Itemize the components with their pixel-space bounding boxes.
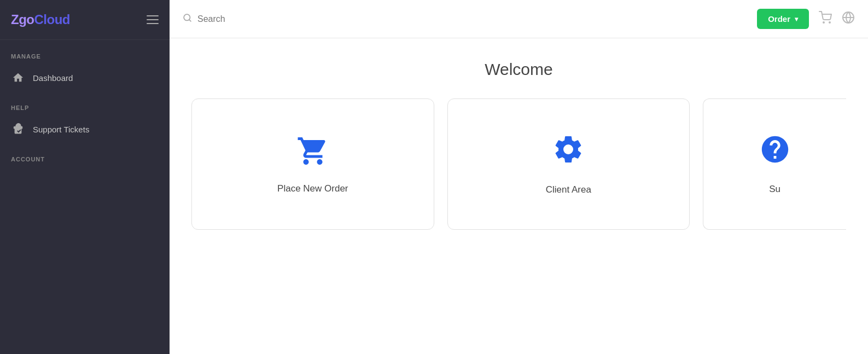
main-content: Order ▾ Welcome xyxy=(170,0,868,354)
hamburger-menu-button[interactable] xyxy=(147,15,159,24)
gear-card-icon xyxy=(552,133,585,172)
section-label-account: ACCOUNT xyxy=(0,143,170,167)
section-label-help: HELP xyxy=(0,91,170,115)
card-client-area[interactable]: Client Area xyxy=(447,98,690,230)
page-title: Welcome xyxy=(191,60,846,79)
search-container xyxy=(183,13,566,25)
hamburger-line-2 xyxy=(147,19,159,20)
support-card-icon xyxy=(759,134,791,172)
svg-line-1 xyxy=(189,20,191,21)
sidebar-header: ZgoCloud xyxy=(0,0,170,40)
card-support-partial[interactable]: Su xyxy=(703,98,846,230)
sidebar-item-support[interactable]: Support Tickets xyxy=(0,115,170,143)
ticket-icon xyxy=(11,122,25,136)
hamburger-line-3 xyxy=(147,23,159,24)
search-input[interactable] xyxy=(197,14,566,24)
cart-card-icon xyxy=(296,135,329,171)
svg-point-2 xyxy=(823,22,824,23)
sidebar-item-label-support: Support Tickets xyxy=(33,125,89,134)
hamburger-line-1 xyxy=(147,15,159,16)
chevron-down-icon: ▾ xyxy=(795,15,798,23)
logo: ZgoCloud xyxy=(11,12,70,27)
card-support-partial-label: Su xyxy=(769,184,780,195)
cart-icon[interactable] xyxy=(819,11,832,27)
section-label-manage: MANAGE xyxy=(0,40,170,64)
sidebar-item-label-dashboard: Dashboard xyxy=(33,73,73,83)
card-place-new-order[interactable]: Place New Order xyxy=(191,98,434,230)
cards-row: Place New Order Client Area Su xyxy=(191,98,846,230)
search-icon xyxy=(183,13,192,25)
order-button-label: Order xyxy=(768,14,790,24)
logo-part1: Zgo xyxy=(11,12,34,27)
sidebar-item-dashboard[interactable]: Dashboard xyxy=(0,64,170,91)
topbar: Order ▾ xyxy=(170,0,868,38)
sidebar: ZgoCloud MANAGE Dashboard HELP Support T… xyxy=(0,0,170,354)
topbar-right: Order ▾ xyxy=(757,9,855,29)
page-content: Welcome Place New Order Client Area xyxy=(170,38,868,354)
home-icon xyxy=(11,71,25,85)
globe-icon[interactable] xyxy=(842,11,855,27)
card-client-area-label: Client Area xyxy=(546,184,591,195)
card-place-new-order-label: Place New Order xyxy=(277,183,348,194)
svg-point-3 xyxy=(829,22,830,23)
logo-part2: Cloud xyxy=(34,12,69,27)
order-button[interactable]: Order ▾ xyxy=(757,9,809,29)
